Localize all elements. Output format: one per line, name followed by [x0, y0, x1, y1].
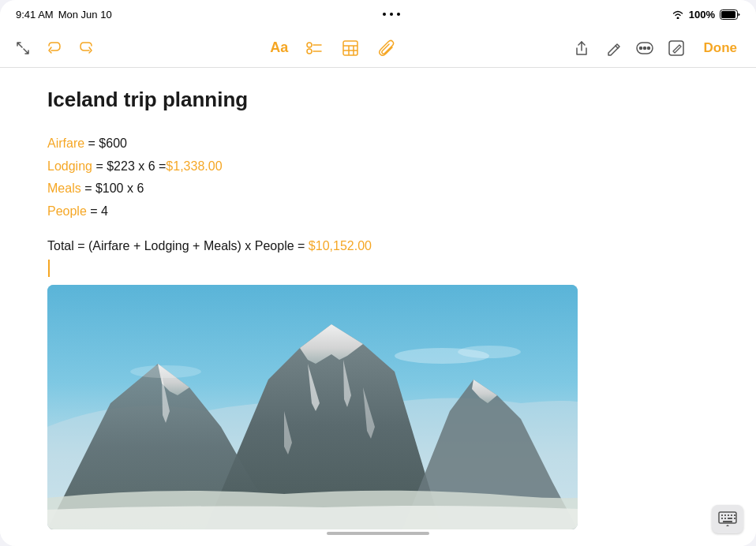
wifi-icon — [672, 9, 684, 19]
dot2 — [390, 13, 393, 16]
var-name-meals: Meals — [47, 181, 81, 195]
var-computed-lodging: $1,338.00 — [166, 159, 222, 173]
battery-icon — [720, 9, 740, 20]
battery-label: 100% — [689, 9, 715, 21]
formula-text: Total = (Airfare + Lodging + Meals) x Pe… — [47, 239, 305, 252]
note-title: Iceland trip planning — [47, 87, 718, 114]
note-variables: Airfare = $600 Lodging = $223 x 6 =$1,33… — [47, 133, 718, 223]
status-bar: 9:41 AM Mon Jun 10 100% — [0, 0, 756, 28]
undo-icon[interactable] — [44, 38, 65, 58]
svg-rect-6 — [343, 41, 357, 55]
text-cursor — [48, 260, 50, 277]
svg-point-11 — [639, 47, 642, 49]
edit-icon[interactable] — [666, 38, 687, 58]
variable-airfare: Airfare = $600 — [47, 133, 718, 155]
time-label: 9:41 AM — [16, 9, 54, 21]
svg-rect-27 — [721, 518, 723, 519]
toolbar: Aa — [0, 28, 756, 68]
iceland-image — [47, 285, 578, 529]
svg-rect-22 — [721, 514, 723, 516]
var-name-lodging: Lodging — [47, 159, 92, 173]
redo-icon[interactable] — [76, 38, 96, 58]
toolbar-left — [13, 38, 96, 58]
svg-point-3 — [307, 49, 312, 54]
formula-line: Total = (Airfare + Lodging + Meals) x Pe… — [47, 239, 718, 253]
dot3 — [397, 13, 400, 16]
svg-point-20 — [130, 365, 201, 378]
svg-point-12 — [643, 47, 646, 49]
dot1 — [383, 13, 386, 16]
variable-meals: Meals = $100 x 6 — [47, 178, 718, 200]
collapse-icon[interactable] — [13, 38, 33, 58]
variable-people: People = 4 — [47, 200, 718, 223]
var-value-meals: = $100 x 6 — [81, 181, 144, 195]
keyboard-icon — [718, 511, 737, 527]
status-bar-left: 9:41 AM Mon Jun 10 — [16, 9, 112, 21]
toolbar-right: Done — [571, 37, 744, 59]
var-value-airfare: = $600 — [84, 136, 127, 150]
var-name-people: People — [47, 204, 87, 218]
mountain-svg — [47, 285, 578, 529]
formula-result: $10,152.00 — [305, 239, 372, 252]
done-button[interactable]: Done — [698, 37, 744, 59]
table-icon[interactable] — [340, 38, 361, 58]
svg-rect-28 — [724, 518, 726, 519]
toolbar-center: Aa — [96, 38, 571, 58]
svg-point-2 — [307, 43, 312, 47]
checklist-icon[interactable] — [304, 38, 324, 58]
status-bar-right: 100% — [672, 9, 740, 21]
date-label: Mon Jun 10 — [58, 9, 112, 21]
attach-icon[interactable] — [376, 38, 397, 58]
svg-rect-1 — [721, 11, 735, 18]
ipad-frame: 9:41 AM Mon Jun 10 100% — [0, 0, 756, 546]
svg-point-13 — [647, 47, 649, 49]
highlight-icon[interactable] — [603, 38, 623, 58]
var-name-airfare: Airfare — [47, 136, 84, 150]
note-content[interactable]: Iceland trip planning Airfare = $600 Lod… — [0, 68, 756, 546]
svg-rect-30 — [734, 518, 735, 519]
share-icon[interactable] — [571, 38, 592, 58]
more-icon[interactable] — [634, 38, 655, 58]
svg-point-19 — [458, 346, 521, 358]
var-value-people: = 4 — [87, 204, 108, 218]
svg-rect-29 — [728, 518, 732, 519]
svg-rect-31 — [723, 521, 732, 522]
svg-rect-26 — [734, 514, 735, 516]
format-text-button[interactable]: Aa — [270, 39, 288, 56]
variable-lodging: Lodging = $223 x 6 =$1,338.00 — [47, 155, 718, 178]
status-bar-center — [383, 13, 400, 16]
svg-rect-25 — [731, 514, 732, 516]
keyboard-toggle-button[interactable] — [712, 505, 743, 533]
svg-rect-24 — [728, 514, 729, 516]
var-value-lodging: = $223 x 6 = — [92, 159, 166, 173]
svg-rect-23 — [724, 514, 726, 516]
scroll-indicator — [327, 532, 429, 535]
